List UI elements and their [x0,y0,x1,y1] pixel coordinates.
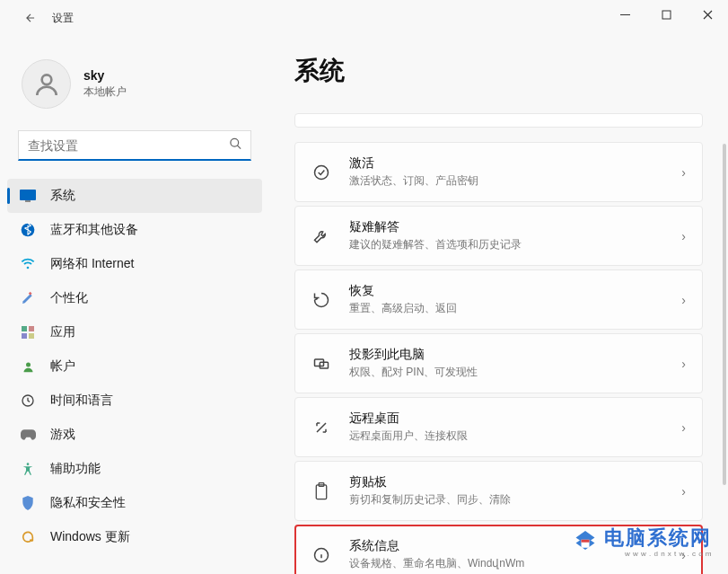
svg-rect-11 [29,333,34,339]
card-title: 恢复 [349,283,681,299]
svg-point-14 [27,463,30,465]
chevron-right-icon: › [681,293,686,307]
card-project[interactable]: 投影到此电脑 权限、配对 PIN、可发现性 › [294,333,703,393]
nav-personalization[interactable]: 个性化 [7,281,262,315]
info-icon [311,545,331,565]
watermark-text-wrap: 电脑系统网 w w w . d n x t w . c o m [604,525,712,558]
card-recovery[interactable]: 恢复 重置、高级启动、返回 › [294,269,703,330]
card-sub: 设备规格、重命名电脑、WindվnWm [349,556,681,571]
card-body: 恢复 重置、高级启动、返回 [349,283,681,316]
nav-label: 蓝牙和其他设备 [50,222,138,238]
watermark: 电脑系统网 w w w . d n x t w . c o m [572,525,712,558]
card-sub: 激活状态、订阅、产品密钥 [349,173,681,189]
card-sub: 远程桌面用户、连接权限 [349,428,681,444]
cards: 激活 激活状态、订阅、产品密钥 › 疑难解答 建议的疑难解答、首选项和历史记录 … [294,113,703,574]
svg-rect-4 [20,190,36,200]
svg-rect-22 [582,539,590,542]
card-sub: 建议的疑难解答、首选项和历史记录 [349,237,681,252]
svg-rect-7 [29,292,32,296]
settings-window: 设置 sky 本地帐户 [0,0,728,574]
watermark-text: 电脑系统网 [604,525,712,552]
window-controls [604,0,728,29]
profile-sub: 本地帐户 [83,84,127,100]
svg-rect-0 [620,14,630,15]
nav-privacy[interactable]: 隐私和安全性 [7,486,262,520]
clock-globe-icon [20,393,36,409]
scrollbar[interactable] [723,144,726,485]
nav-system[interactable]: 系统 [7,179,262,213]
display-icon [20,188,36,204]
wifi-icon [20,256,36,272]
nav-time-language[interactable]: 时间和语言 [7,384,262,418]
nav-label: 辅助功能 [50,461,101,477]
card-title: 远程桌面 [349,411,681,427]
card-body: 剪贴板 剪切和复制历史记录、同步、清除 [349,474,681,508]
nav-label: 个性化 [50,290,88,306]
brush-icon [20,290,36,306]
nav-apps[interactable]: 应用 [7,315,262,349]
main: 系统 激活 激活状态、订阅、产品密钥 › 疑难解答 建议的疑难解答、首选项和历史… [269,36,728,574]
nav-windows-update[interactable]: Windows 更新 [7,520,262,554]
card-sub: 剪切和复制历史记录、同步、清除 [349,492,681,508]
body: sky 本地帐户 系统 蓝牙和其他设备 [0,36,728,574]
chevron-right-icon: › [681,484,686,499]
avatar [22,59,71,109]
svg-rect-5 [25,200,31,202]
back-button[interactable] [18,5,43,31]
nav-label: Windows 更新 [50,529,130,545]
accessibility-icon [20,461,36,477]
watermark-logo-icon [572,528,599,555]
recovery-icon [311,290,331,310]
nav-accessibility[interactable]: 辅助功能 [7,452,262,486]
close-button[interactable] [687,0,728,29]
profile-text: sky 本地帐户 [83,68,127,100]
svg-rect-18 [316,484,326,499]
nav: 系统 蓝牙和其他设备 网络和 Internet 个性化 应用 [0,179,269,554]
update-icon [20,529,36,545]
nav-label: 游戏 [50,427,75,443]
bluetooth-icon [20,222,36,238]
person-icon [20,358,36,375]
search-input[interactable] [18,130,251,161]
nav-label: 隐私和安全性 [50,495,126,511]
page-heading: 系统 [294,54,703,88]
window-title: 设置 [52,11,74,26]
nav-label: 时间和语言 [50,393,113,409]
card-troubleshoot[interactable]: 疑难解答 建议的疑难解答、首选项和历史记录 › [294,206,703,266]
card-body: 激活 激活状态、订阅、产品密钥 [349,155,681,189]
svg-point-12 [26,362,31,366]
nav-label: 网络和 Internet [50,256,134,272]
nav-gaming[interactable]: 游戏 [7,418,262,452]
chevron-right-icon: › [681,420,686,435]
card-body: 投影到此电脑 权限、配对 PIN、可发现性 [349,347,681,380]
card-stub [294,113,703,128]
search-wrap [18,130,251,161]
card-activation[interactable]: 激活 激活状态、订阅、产品密钥 › [294,142,703,202]
card-title: 剪贴板 [349,474,681,490]
card-title: 激活 [349,155,681,172]
nav-label: 帐户 [50,358,75,375]
apps-icon [20,324,36,340]
svg-rect-10 [22,333,27,339]
project-icon [311,354,331,374]
nav-network[interactable]: 网络和 Internet [7,247,262,281]
svg-rect-9 [29,326,34,331]
svg-point-2 [41,75,51,84]
minimize-button[interactable] [604,0,645,29]
nav-label: 应用 [50,324,75,340]
profile[interactable]: sky 本地帐户 [0,43,269,130]
remote-icon [311,418,331,437]
card-sub: 重置、高级启动、返回 [349,301,681,316]
nav-accounts[interactable]: 帐户 [7,349,262,384]
card-clipboard[interactable]: 剪贴板 剪切和复制历史记录、同步、清除 › [294,461,703,521]
chevron-right-icon: › [681,229,686,243]
chevron-right-icon: › [681,165,686,180]
gamepad-icon [20,427,36,443]
maximize-button[interactable] [645,0,687,29]
check-circle-icon [311,163,331,182]
card-sub: 权限、配对 PIN、可发现性 [349,365,681,380]
clipboard-icon [311,481,331,501]
nav-bluetooth[interactable]: 蓝牙和其他设备 [7,213,262,247]
card-remote-desktop[interactable]: 远程桌面 远程桌面用户、连接权限 › [294,397,703,457]
wrench-icon [311,226,331,246]
